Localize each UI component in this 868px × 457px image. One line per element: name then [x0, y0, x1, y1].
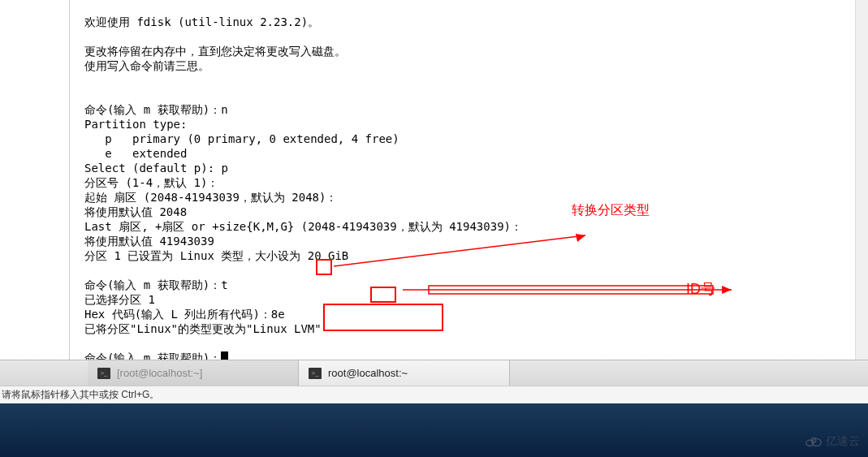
- cloud-icon: [805, 435, 823, 448]
- terminal-window: 欢迎使用 fdisk (util-linux 2.23.2)。 更改将停留在内存…: [69, 0, 868, 360]
- terminal-line: 命令(输入 m 获取帮助)：n: [84, 103, 228, 116]
- taskbar-item-label: [root@localhost:~]: [117, 367, 202, 379]
- terminal-line: 分区 1 已设置为 Linux 类型，大小设为 20 GiB: [84, 249, 348, 262]
- terminal-line: 命令(输入 m 获取帮助)：t: [84, 278, 228, 291]
- watermark: 亿速云: [805, 434, 860, 449]
- terminal-line: Select (default p): p: [84, 162, 228, 175]
- terminal-prompt: 命令(输入 m 获取帮助)：: [84, 351, 228, 360]
- terminal-line: 更改将停留在内存中，直到您决定将更改写入磁盘。: [84, 45, 346, 58]
- vm-status-bar: 请将鼠标指针移入其中或按 Ctrl+G。: [0, 386, 868, 403]
- svg-line-0: [334, 235, 585, 266]
- terminal-line: 已将分区"Linux"的类型更改为"Linux LVM": [84, 322, 322, 335]
- highlight-box-8e-code: [370, 287, 396, 303]
- terminal-cursor: [221, 351, 228, 360]
- terminal-line: Partition type:: [84, 118, 187, 131]
- taskbar-item-label: root@localhost:~: [328, 367, 408, 379]
- terminal-icon: >_: [309, 368, 322, 379]
- taskbar: >_ [root@localhost:~] >_ root@localhost:…: [0, 360, 868, 386]
- terminal-line: Hex 代码(输入 L 列出所有代码)：8e: [84, 308, 285, 321]
- terminal-line: p primary (0 primary, 0 extended, 4 free…: [84, 132, 399, 145]
- annotation-change-partition-type: 转换分区类型: [572, 202, 650, 219]
- terminal-icon: >_: [97, 368, 110, 379]
- terminal-line: e extended: [84, 147, 187, 160]
- svg-rect-2: [429, 286, 713, 294]
- arrow-change-type: [334, 227, 602, 276]
- terminal-line: Last 扇区, +扇区 or +size{K,M,G} (2048-41943…: [84, 220, 522, 233]
- terminal-line: 将使用默认值 41943039: [84, 235, 214, 248]
- highlight-box-linux-lvm: [323, 304, 443, 331]
- svg-marker-4: [722, 286, 732, 294]
- desktop-background: [0, 403, 868, 457]
- terminal-line: 欢迎使用 fdisk (util-linux 2.23.2)。: [84, 15, 319, 28]
- terminal-line: 起始 扇区 (2048-41943039，默认为 2048)：: [84, 191, 337, 204]
- annotation-id-number: ID号: [686, 279, 715, 299]
- taskbar-item-terminal-2[interactable]: >_ root@localhost:~: [299, 360, 510, 386]
- watermark-text: 亿速云: [826, 434, 860, 449]
- taskbar-item-terminal-1[interactable]: >_ [root@localhost:~]: [88, 360, 299, 386]
- terminal-line: 将使用默认值 2048: [84, 205, 187, 218]
- status-text: 请将鼠标指针移入其中或按 Ctrl+G。: [2, 388, 159, 402]
- terminal-scrollbar[interactable]: [855, 0, 868, 360]
- terminal-line: 使用写入命令前请三思。: [84, 59, 209, 72]
- terminal-line: 已选择分区 1: [84, 293, 155, 306]
- terminal-content[interactable]: 欢迎使用 fdisk (util-linux 2.23.2)。 更改将停留在内存…: [70, 0, 868, 360]
- terminal-line: 分区号 (1-4，默认 1)：: [84, 176, 218, 189]
- svg-marker-1: [576, 234, 585, 242]
